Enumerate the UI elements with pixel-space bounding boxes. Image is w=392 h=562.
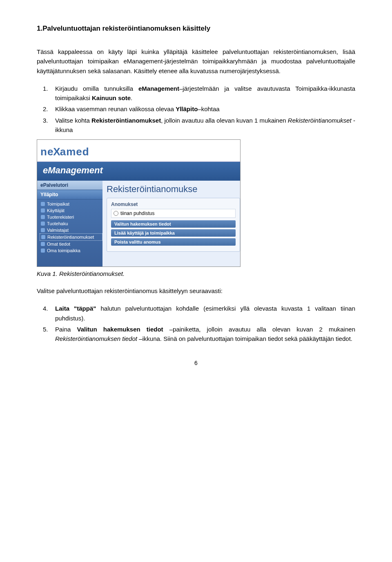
card-heading: Anomukset xyxy=(111,202,236,207)
sidebar-item-oma-toimipaikka[interactable]: Oma toimipaikka xyxy=(40,247,102,254)
anomus-radio-row[interactable]: tiinan puhdistus xyxy=(111,209,236,218)
li-bold: Kainuun sote xyxy=(92,94,131,101)
list-item: 1. Kirjaudu omilla tunnuksilla eManageme… xyxy=(47,84,355,103)
li-text: halutun palveluntuottajan kohdalle (esim… xyxy=(55,305,355,321)
sidebar-section-yllapito[interactable]: Ylläpito xyxy=(37,190,102,199)
sidebar-item-label: Tuoterekisteri xyxy=(47,215,74,219)
li-text: , jolloin avautuu alla olevan kuvan 1 mu… xyxy=(161,117,288,124)
li-text: Paina xyxy=(55,326,77,333)
sidebar-item-toimipaikat[interactable]: Toimipaikat xyxy=(40,201,102,207)
li-text: Klikkaa vasemman reunan valikossa olevaa xyxy=(55,105,176,112)
list-num: 4. xyxy=(43,304,48,313)
li-text: Kirjaudu omilla tunnuksilla xyxy=(55,85,138,92)
list-item: 5. Paina Valitun hakemuksen tiedot –pain… xyxy=(47,325,355,344)
sidebar-item-kayttajat[interactable]: Käyttäjät xyxy=(40,207,102,214)
sidebar-item-valmistajat[interactable]: Valmistajat xyxy=(40,227,102,233)
poista-anomus-button[interactable]: Poista valittu anomus xyxy=(111,238,236,246)
valitun-hakemuksen-tiedot-button[interactable]: Valitun hakemuksen tiedot xyxy=(111,220,236,228)
section-heading: 1.Palveluntuottajan rekisteröintianomuks… xyxy=(37,25,355,33)
sidebar-item-label: Rekisteröintianomukset xyxy=(47,235,94,240)
logo-bar: neXamed xyxy=(37,140,240,162)
li-text: Valitse kohta xyxy=(55,117,91,124)
intro-paragraph: Tässä kappaleessa on käyty läpi kuinka y… xyxy=(37,47,355,76)
sidebar: ePalvelutori Ylläpito Toimipaikat Käyttä… xyxy=(37,181,102,266)
sidebar-item-label: Oma toimipaikka xyxy=(47,248,80,253)
list-num: 5. xyxy=(43,325,48,334)
list-item: 2. Klikkaa vasemman reunan valikossa ole… xyxy=(47,104,355,114)
list-item: 3. Valitse kohta Rekisteröintianomukset,… xyxy=(47,116,355,135)
sidebar-item-tuotehaku[interactable]: Tuotehaku xyxy=(40,220,102,227)
li-bold: Ylläpito xyxy=(176,105,198,112)
list-num: 2. xyxy=(43,104,48,114)
list-item: 4. Laita "täppä" halutun palveluntuottaj… xyxy=(47,304,355,323)
ordered-list-2: 4. Laita "täppä" halutun palveluntuottaj… xyxy=(37,304,355,343)
page-number: 6 xyxy=(37,360,355,366)
sidebar-list: Toimipaikat Käyttäjät Tuoterekisteri Tuo… xyxy=(37,201,102,254)
bullet-icon xyxy=(41,235,45,239)
li-text: –painiketta, jolloin avautuu alla olevan… xyxy=(163,326,355,333)
li-bold: Valitun hakemuksen tiedot xyxy=(77,326,163,333)
li-text: –kohtaa xyxy=(198,105,219,112)
anomukset-card: Anomukset tiinan puhdistus Valitun hakem… xyxy=(107,198,240,252)
sidebar-item-label: Toimipaikat xyxy=(47,202,69,206)
content-title: Rekisteröintianomukse xyxy=(102,183,240,195)
li-bold: eManagement xyxy=(138,85,179,92)
sidebar-item-label: Tuotehaku xyxy=(47,221,68,226)
list-num: 3. xyxy=(43,116,48,125)
li-bold: Laita "täppä" xyxy=(55,305,96,312)
sidebar-item-label: Valmistajat xyxy=(47,228,69,233)
logo-x-icon: X xyxy=(53,146,60,158)
nexamed-logo: neXamed xyxy=(40,146,237,158)
sidebar-item-tuoterekisteri[interactable]: Tuoterekisteri xyxy=(40,214,102,220)
sidebar-item-omat-tiedot[interactable]: Omat tiedot xyxy=(40,241,102,247)
ordered-list-1: 1. Kirjaudu omilla tunnuksilla eManageme… xyxy=(37,84,355,134)
bullet-icon xyxy=(41,208,45,213)
li-text: –ikkuna. Siinä on palveluntuottajan toim… xyxy=(137,335,352,342)
bullet-icon xyxy=(41,228,45,232)
content-pane: Rekisteröintianomukse Anomukset tiinan p… xyxy=(102,181,240,266)
logo-text-post: amed xyxy=(60,146,89,158)
li-bold: Rekisteröintianomukset xyxy=(91,117,161,124)
sidebar-item-rekisterointianomukset[interactable]: Rekisteröintianomukset xyxy=(40,233,102,241)
app-screenshot: neXamed eManagement ePalvelutori Ylläpit… xyxy=(37,139,241,267)
figure-caption: Kuva 1. Rekisteröintianomukset. xyxy=(37,270,355,277)
li-text: . xyxy=(131,94,132,101)
after-figure-paragraph: Valitse palveluntuottajan rekisteröintia… xyxy=(37,286,355,296)
emanagement-bar: eManagement xyxy=(37,162,240,181)
sidebar-item-label: Omat tiedot xyxy=(47,242,70,246)
sidebar-item-label: Käyttäjät xyxy=(47,208,65,213)
bullet-icon xyxy=(41,242,45,246)
figure: neXamed eManagement ePalvelutori Ylläpit… xyxy=(37,139,355,267)
lisaa-kayttaja-button[interactable]: Lisää käyttäjä ja toimipaikka xyxy=(111,229,236,237)
bullet-icon xyxy=(41,202,45,206)
radio-icon xyxy=(114,211,118,216)
radio-label: tiinan puhdistus xyxy=(120,210,154,216)
li-italic: Rekisteröintianomukset xyxy=(288,117,352,124)
bullet-icon xyxy=(41,249,45,253)
list-num: 1. xyxy=(43,84,48,93)
logo-text-pre: ne xyxy=(40,146,53,158)
li-italic: Rekisteröintianomuksen tiedot xyxy=(55,335,137,342)
bullet-icon xyxy=(41,222,45,226)
sidebar-section-epalvelutori[interactable]: ePalvelutori xyxy=(37,181,102,190)
bullet-icon xyxy=(41,215,45,219)
app-body: ePalvelutori Ylläpito Toimipaikat Käyttä… xyxy=(37,181,240,266)
